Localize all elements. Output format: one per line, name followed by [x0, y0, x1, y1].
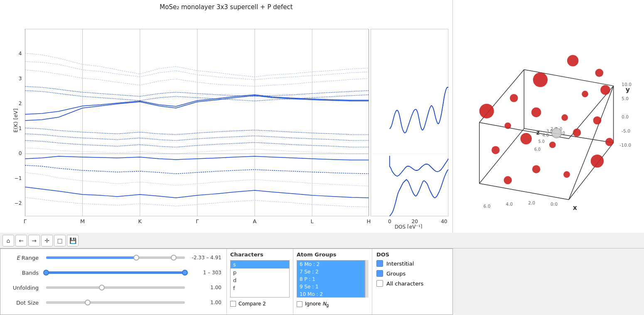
svg-line-37 [569, 143, 614, 200]
ignore-label: Ignore Ng [305, 301, 329, 308]
svg-text:0: 0 [388, 219, 391, 224]
bands-value: 1 – 303 [188, 270, 221, 276]
svg-point-75 [549, 142, 556, 148]
characters-panel: Characters s p d f Compare 2 [227, 249, 293, 315]
svg-text:x: x [573, 204, 577, 212]
svg-text:1: 1 [19, 126, 22, 131]
ignore-checkbox[interactable] [297, 301, 302, 307]
bands-row: Bands 1 – 303 [5, 267, 221, 278]
erange-track[interactable] [46, 256, 185, 259]
svg-line-29 [479, 183, 569, 199]
characters-list: s p d f [230, 260, 290, 298]
svg-text:5.0: 5.0 [538, 139, 545, 144]
svg-text:Γ: Γ [196, 218, 199, 224]
atom-groups-panel: Atom Groups 6 Mo : 2 7 Se : 2 8 P : 1 9 … [293, 249, 372, 315]
svg-text:-5.0: -5.0 [622, 128, 630, 134]
svg-text:2.0: 2.0 [528, 200, 535, 206]
plot-canvas: E(K) [eV] [0, 12, 452, 229]
atom-list-scrollbar[interactable] [365, 260, 369, 298]
unfolding-value: 1.00 [188, 285, 221, 290]
atom-groups-title: Atom Groups [297, 251, 369, 258]
main-container: MoSe₂ monolayer 3x3 supercell + P defect… [0, 0, 644, 315]
char-item-s[interactable]: s [231, 261, 289, 268]
svg-text:A: A [253, 218, 257, 224]
svg-rect-0 [25, 29, 369, 216]
char-item-p[interactable]: p [231, 268, 289, 276]
dos-interstitial-checkbox[interactable] [376, 260, 383, 267]
erange-label: E Range [5, 255, 43, 261]
dos-groups-checkbox[interactable] [376, 270, 383, 277]
svg-text:Γ: Γ [24, 218, 27, 224]
dotsize-row: Dot Size 1.00 [5, 297, 221, 308]
svg-point-77 [591, 155, 604, 167]
pan-button[interactable]: ✛ [41, 235, 53, 246]
atom-item-4[interactable]: 10 Mo : 2 [297, 290, 365, 298]
spins-row: Spins 0 – 0 [5, 312, 221, 315]
svg-text:−1: −1 [15, 175, 22, 181]
svg-point-79 [563, 171, 570, 178]
svg-text:4.0: 4.0 [506, 202, 513, 207]
atom-item-3[interactable]: 9 Se : 1 [297, 283, 365, 290]
svg-text:6.0: 6.0 [534, 147, 541, 152]
erange-value: -2.33 – 4.91 [188, 255, 221, 261]
svg-text:−2: −2 [15, 200, 22, 206]
svg-text:4.0: 4.0 [542, 133, 549, 138]
svg-point-70 [593, 116, 602, 125]
bands-track[interactable] [46, 271, 185, 274]
svg-text:K: K [138, 218, 142, 224]
svg-text:5.0: 5.0 [622, 96, 629, 101]
atom-item-1[interactable]: 7 Se : 2 [297, 268, 365, 276]
erange-row: E Range -2.33 – 4.91 [5, 252, 221, 263]
plots-section: MoSe₂ monolayer 3x3 supercell + P defect… [0, 0, 644, 233]
compare-row: Compare 2 [230, 301, 290, 307]
svg-line-30 [569, 139, 593, 200]
svg-text:10.0: 10.0 [622, 82, 632, 87]
band-dos-area: MoSe₂ monolayer 3x3 supercell + P defect… [0, 0, 453, 233]
rect-button[interactable]: □ [54, 235, 66, 246]
controls-section: E Range -2.33 – 4.91 Bands 1 – 303 [0, 249, 453, 315]
save-button[interactable]: 💾 [67, 235, 79, 246]
home-button[interactable]: ⌂ [2, 235, 14, 246]
compare-label: Compare 2 [238, 301, 266, 307]
svg-text:40: 40 [441, 219, 447, 224]
char-item-f[interactable]: f [231, 284, 289, 292]
svg-point-66 [510, 94, 518, 102]
svg-text:0.0: 0.0 [622, 114, 629, 120]
back-button[interactable]: ← [15, 235, 27, 246]
compare-checkbox[interactable] [230, 301, 236, 307]
band-structure-svg: −2 −1 0 1 2 3 4 Γ M K Γ A L H [0, 25, 452, 229]
bands-label: Bands [5, 270, 43, 276]
svg-text:6.0: 6.0 [483, 204, 490, 209]
dos-item-groups: Groups [376, 270, 448, 277]
svg-point-67 [479, 104, 494, 118]
atom-item-2[interactable]: 8 P : 1 [297, 276, 365, 283]
dotsize-track[interactable] [46, 301, 185, 304]
svg-text:L: L [311, 218, 314, 224]
dos-allchars-label: All characters [386, 281, 423, 287]
svg-point-65 [582, 91, 588, 97]
svg-point-61 [567, 55, 578, 66]
forward-button[interactable]: → [28, 235, 40, 246]
svg-text:0: 0 [19, 150, 22, 156]
svg-text:20: 20 [412, 219, 418, 224]
char-item-d[interactable]: d [231, 276, 289, 284]
svg-point-69 [561, 114, 568, 121]
dotsize-label: Dot Size [5, 300, 43, 306]
dos-allchars-checkbox[interactable] [376, 280, 383, 287]
ignore-row: Ignore Ng [297, 301, 369, 308]
svg-point-72 [573, 128, 581, 137]
svg-text:3: 3 [19, 76, 22, 81]
unfolding-track[interactable] [46, 286, 185, 289]
svg-text:-10.0: -10.0 [619, 143, 631, 148]
atom-item-0[interactable]: 6 Mo : 2 [297, 261, 365, 268]
unfolding-row: Unfolding 1.00 [5, 282, 221, 293]
characters-title: Characters [230, 251, 290, 258]
plot-title: MoSe₂ monolayer 3x3 supercell + P defect [0, 0, 452, 12]
svg-text:M: M [80, 218, 85, 224]
svg-text:DOS [eV⁻¹]: DOS [eV⁻¹] [395, 224, 423, 229]
atom-list: 6 Mo : 2 7 Se : 2 8 P : 1 9 Se : 1 10 Mo… [297, 260, 365, 298]
svg-point-76 [492, 146, 500, 154]
dos-interstitial-label: Interstitial [386, 261, 414, 267]
svg-text:4: 4 [19, 51, 22, 57]
svg-point-68 [531, 107, 541, 117]
